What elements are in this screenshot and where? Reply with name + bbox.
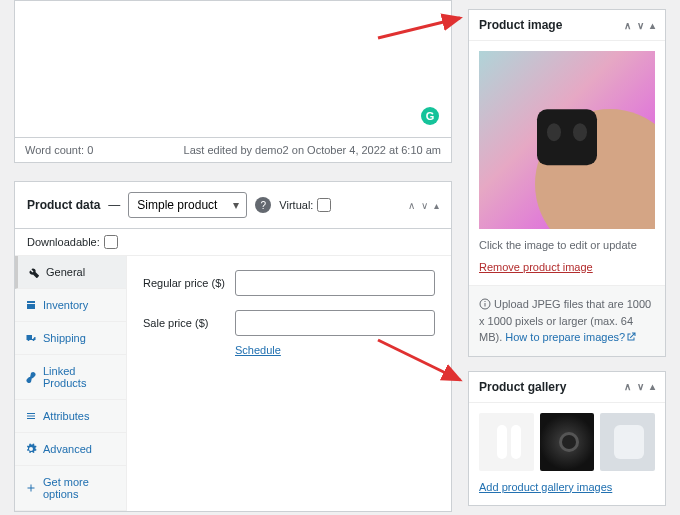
panel-toggle-icon[interactable]: ▴ xyxy=(434,200,439,211)
sale-price-label: Sale price ($) xyxy=(143,317,235,329)
tab-general[interactable]: General xyxy=(15,256,126,289)
remove-image-link[interactable]: Remove product image xyxy=(479,261,593,273)
truck-icon xyxy=(25,332,37,344)
product-gallery-title: Product gallery xyxy=(479,380,566,394)
tab-advanced[interactable]: Advanced xyxy=(15,433,126,466)
panel-toggle-icon[interactable]: ▴ xyxy=(650,381,655,392)
help-icon[interactable]: ? xyxy=(255,197,271,213)
external-link-icon xyxy=(625,331,637,343)
panel-up-icon[interactable]: ∧ xyxy=(624,20,631,31)
panel-toggle-icon[interactable]: ▴ xyxy=(650,20,655,31)
image-hint: Click the image to edit or update xyxy=(479,239,655,251)
word-count: Word count: 0 xyxy=(25,144,93,156)
gallery-thumb[interactable] xyxy=(479,413,534,471)
tab-attributes[interactable]: Attributes xyxy=(15,400,126,433)
inventory-icon xyxy=(25,299,37,311)
info-icon xyxy=(479,298,491,310)
virtual-label: Virtual: xyxy=(279,199,313,211)
upload-info: Upload JPEG files that are 1000 x 1000 p… xyxy=(469,285,665,356)
product-data-title: Product data xyxy=(27,198,100,212)
panel-up-icon[interactable]: ∧ xyxy=(408,200,415,211)
gallery-thumb[interactable] xyxy=(540,413,595,471)
tab-inventory[interactable]: Inventory xyxy=(15,289,126,322)
schedule-link[interactable]: Schedule xyxy=(235,344,281,356)
last-edited: Last edited by demo2 on October 4, 2022 … xyxy=(184,144,441,156)
gear-icon xyxy=(25,443,37,455)
tab-linked-products[interactable]: Linked Products xyxy=(15,355,126,400)
product-gallery-panel: Product gallery ∧ ∨ ▴ Add product galler… xyxy=(468,371,666,506)
panel-down-icon[interactable]: ∨ xyxy=(421,200,428,211)
product-image-preview[interactable] xyxy=(479,51,655,229)
list-icon xyxy=(25,410,37,422)
downloadable-checkbox[interactable] xyxy=(104,235,118,249)
editor-footer: Word count: 0 Last edited by demo2 on Oc… xyxy=(14,138,452,163)
link-icon xyxy=(25,371,37,383)
wrench-icon xyxy=(28,266,40,278)
tab-get-more[interactable]: Get more options xyxy=(15,466,126,511)
virtual-checkbox[interactable] xyxy=(317,198,331,212)
product-image-title: Product image xyxy=(479,18,562,32)
downloadable-label: Downloadable: xyxy=(27,236,100,248)
panel-down-icon[interactable]: ∨ xyxy=(637,381,644,392)
plus-icon xyxy=(25,482,37,494)
regular-price-input[interactable] xyxy=(235,270,435,296)
gallery-thumb[interactable] xyxy=(600,413,655,471)
grammarly-icon[interactable]: G xyxy=(421,107,439,125)
tab-shipping[interactable]: Shipping xyxy=(15,322,126,355)
regular-price-label: Regular price ($) xyxy=(143,277,235,289)
panel-up-icon[interactable]: ∧ xyxy=(624,381,631,392)
add-gallery-link[interactable]: Add product gallery images xyxy=(479,481,612,493)
product-type-select[interactable]: Simple product xyxy=(128,192,247,218)
how-to-prepare-link[interactable]: How to prepare images? xyxy=(505,331,640,343)
product-image-panel: Product image ∧ ∨ ▴ Click the image to e… xyxy=(468,9,666,357)
product-data-panel: Product data — Simple product ▾ ? Virtua… xyxy=(14,181,452,512)
description-editor[interactable]: G xyxy=(14,0,452,138)
product-data-tabs: General Inventory Shipping Linked Produc… xyxy=(15,256,127,511)
panel-down-icon[interactable]: ∨ xyxy=(637,20,644,31)
sale-price-input[interactable] xyxy=(235,310,435,336)
